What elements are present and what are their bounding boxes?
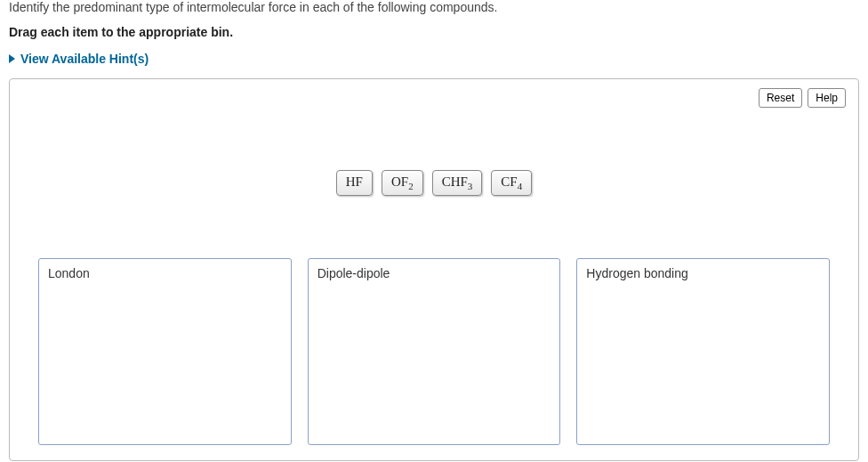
item-main: CHF	[442, 174, 468, 189]
drag-item-of2[interactable]: OF2	[382, 170, 423, 196]
question-text: Identify the predominant type of intermo…	[9, 0, 859, 14]
bin-label: Hydrogen bonding	[586, 266, 820, 280]
bin-label: Dipole-dipole	[317, 266, 551, 280]
bins-row: London Dipole-dipole Hydrogen bonding	[22, 258, 846, 445]
item-main: OF	[391, 174, 408, 189]
workspace: Reset Help HF OF2 CHF3 CF4 London Dipole…	[9, 78, 859, 461]
toolbar: Reset Help	[759, 88, 846, 108]
item-sub: 3	[468, 181, 473, 191]
reset-button[interactable]: Reset	[759, 88, 802, 108]
item-sub: 2	[408, 181, 414, 191]
bin-hydrogen-bonding[interactable]: Hydrogen bonding	[576, 258, 830, 445]
caret-right-icon	[9, 54, 15, 63]
hints-label: View Available Hint(s)	[20, 52, 149, 66]
instruction-text: Drag each item to the appropriate bin.	[9, 25, 859, 39]
view-hints-toggle[interactable]: View Available Hint(s)	[9, 52, 149, 66]
drag-item-hf[interactable]: HF	[336, 170, 373, 196]
item-main: CF	[501, 174, 517, 189]
bin-dipole-dipole[interactable]: Dipole-dipole	[308, 258, 561, 445]
bin-london[interactable]: London	[38, 258, 292, 445]
drag-item-chf3[interactable]: CHF3	[432, 170, 483, 196]
drag-items-area: HF OF2 CHF3 CF4	[22, 90, 846, 258]
item-sub: 4	[518, 181, 523, 191]
item-main: HF	[346, 174, 363, 189]
help-button[interactable]: Help	[808, 88, 846, 108]
drag-item-cf4[interactable]: CF4	[491, 170, 532, 196]
bin-label: London	[48, 266, 282, 280]
